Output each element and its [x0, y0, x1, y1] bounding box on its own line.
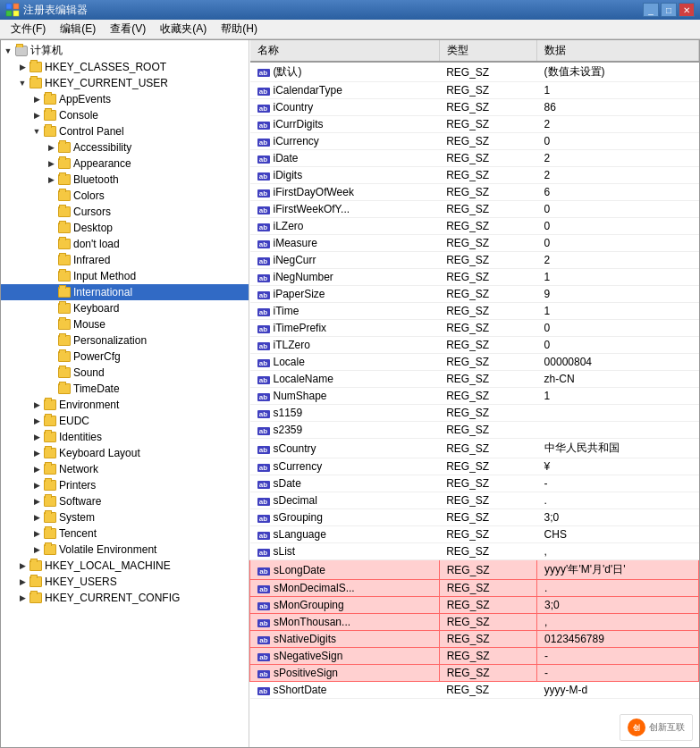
- tree-item-computer[interactable]: ▼计算机: [1, 42, 249, 59]
- table-row[interactable]: abLocaleREG_SZ00000804: [250, 354, 699, 371]
- expander-hkcc[interactable]: ▶: [15, 591, 30, 605]
- table-row[interactable]: abs1159REG_SZ: [250, 405, 699, 422]
- expander-identities[interactable]: ▶: [30, 430, 44, 444]
- expander-mouse[interactable]: [44, 317, 58, 332]
- tree-item-mouse[interactable]: Mouse: [1, 316, 249, 332]
- table-row[interactable]: abiFirstWeekOfY...REG_SZ0: [250, 201, 699, 218]
- table-row[interactable]: abiNegNumberREG_SZ1: [250, 269, 699, 286]
- table-row[interactable]: absPositiveSignREG_SZ-: [250, 665, 699, 682]
- expander-volatile[interactable]: ▶: [30, 542, 44, 557]
- expander-dontload[interactable]: [44, 237, 58, 251]
- expander-inputmethod[interactable]: [44, 269, 58, 283]
- table-row[interactable]: abiDigitsREG_SZ2: [250, 167, 699, 184]
- tree-item-bluetooth[interactable]: ▶Bluetooth: [1, 172, 249, 188]
- menu-item-h[interactable]: 帮助(H): [214, 20, 265, 38]
- tree-item-identities[interactable]: ▶Identities: [1, 429, 249, 445]
- table-row[interactable]: abs2359REG_SZ: [250, 422, 699, 439]
- table-row[interactable]: absLongDateREG_SZyyyy'年'M'月'd'日': [250, 560, 699, 580]
- maximize-button[interactable]: □: [661, 3, 677, 17]
- table-row[interactable]: absCurrencyREG_SZ¥: [250, 458, 699, 475]
- expander-international[interactable]: [44, 285, 58, 299]
- expander-eudc[interactable]: ▶: [30, 414, 44, 428]
- tree-item-keyboardlayout[interactable]: ▶Keyboard Layout: [1, 445, 249, 461]
- expander-software[interactable]: ▶: [30, 494, 44, 508]
- menu-item-a[interactable]: 收藏夹(A): [153, 20, 214, 38]
- expander-bluetooth[interactable]: ▶: [44, 172, 58, 187]
- tree-item-inputmethod[interactable]: Input Method: [1, 268, 249, 284]
- expander-appearance[interactable]: ▶: [44, 156, 58, 171]
- table-row[interactable]: abNumShapeREG_SZ1: [250, 388, 699, 405]
- tree-item-console[interactable]: ▶Console: [1, 107, 249, 123]
- expander-powercfg[interactable]: [44, 349, 58, 364]
- tree-item-international[interactable]: International: [1, 284, 249, 300]
- tree-item-personalization[interactable]: Personalization: [1, 332, 249, 349]
- table-row[interactable]: abiNegCurrREG_SZ2: [250, 252, 699, 269]
- tree-item-accessibility[interactable]: ▶Accessibility: [1, 139, 249, 155]
- tree-item-desktop[interactable]: Desktop: [1, 220, 249, 236]
- tree-item-hklm[interactable]: ▶HKEY_LOCAL_MACHINE: [1, 558, 249, 574]
- tree-item-cursors[interactable]: Cursors: [1, 204, 249, 220]
- menu-item-f[interactable]: 文件(F): [4, 20, 53, 38]
- table-row[interactable]: absMonDecimalS...REG_SZ.: [250, 580, 699, 597]
- table-row[interactable]: abiCountryREG_SZ86: [250, 99, 699, 116]
- expander-infrared[interactable]: [44, 253, 58, 267]
- expander-tencent[interactable]: ▶: [30, 526, 44, 541]
- tree-item-appearance[interactable]: ▶Appearance: [1, 155, 249, 172]
- table-row[interactable]: abiTimePrefixREG_SZ0: [250, 320, 699, 337]
- expander-network[interactable]: ▶: [30, 462, 44, 476]
- tree-item-network[interactable]: ▶Network: [1, 461, 249, 477]
- table-row[interactable]: abiDateREG_SZ2: [250, 150, 699, 167]
- table-row[interactable]: absLanguageREG_SZCHS: [250, 526, 699, 543]
- table-row[interactable]: absDecimalREG_SZ.: [250, 492, 699, 509]
- tree-item-hku[interactable]: ▶HKEY_USERS: [1, 574, 249, 590]
- expander-hkcr[interactable]: ▶: [15, 60, 30, 74]
- table-row[interactable]: abiCurrencyREG_SZ0: [250, 133, 699, 150]
- expander-keyboardlayout[interactable]: ▶: [30, 446, 44, 460]
- expander-printers[interactable]: ▶: [30, 478, 44, 492]
- expander-sound[interactable]: [44, 366, 58, 380]
- expander-personalization[interactable]: [44, 333, 58, 348]
- table-row[interactable]: abiFirstDayOfWeekREG_SZ6: [250, 184, 699, 201]
- table-row[interactable]: abiMeasureREG_SZ0: [250, 235, 699, 252]
- table-row[interactable]: absListREG_SZ,: [250, 543, 699, 560]
- expander-environment[interactable]: ▶: [30, 398, 44, 412]
- table-row[interactable]: abiTimeREG_SZ1: [250, 303, 699, 320]
- expander-controlpanel[interactable]: ▼: [30, 124, 44, 139]
- table-row[interactable]: absNegativeSignREG_SZ-: [250, 648, 699, 665]
- expander-timedate[interactable]: [44, 382, 58, 396]
- menu-item-e[interactable]: 编辑(E): [53, 20, 103, 38]
- table-row[interactable]: absMonGroupingREG_SZ3;0: [250, 597, 699, 614]
- tree-item-powercfg[interactable]: PowerCfg: [1, 349, 249, 365]
- tree-item-hkcc[interactable]: ▶HKEY_CURRENT_CONFIG: [1, 590, 249, 606]
- expander-desktop[interactable]: [44, 221, 58, 235]
- expander-console[interactable]: ▶: [30, 108, 44, 122]
- expander-hku[interactable]: ▶: [15, 575, 30, 589]
- expander-colors[interactable]: [44, 189, 58, 203]
- tree-item-dontload[interactable]: don't load: [1, 236, 249, 252]
- expander-keyboard[interactable]: [44, 301, 58, 315]
- expander-cursors[interactable]: [44, 205, 58, 219]
- tree-item-volatile[interactable]: ▶Volatile Environment: [1, 542, 249, 558]
- tree-item-appevents[interactable]: ▶AppEvents: [1, 91, 249, 107]
- tree-item-hkcr[interactable]: ▶HKEY_CLASSES_ROOT: [1, 59, 249, 75]
- table-row[interactable]: abiTLZeroREG_SZ0: [250, 337, 699, 354]
- expander-accessibility[interactable]: ▶: [44, 140, 58, 155]
- tree-item-environment[interactable]: ▶Environment: [1, 397, 249, 413]
- expander-hklm[interactable]: ▶: [15, 559, 30, 573]
- tree-item-keyboard[interactable]: Keyboard: [1, 300, 249, 316]
- minimize-button[interactable]: _: [643, 3, 659, 17]
- table-row[interactable]: ab(默认)REG_SZ(数值未设置): [250, 62, 699, 82]
- registry-tree[interactable]: ▼计算机▶HKEY_CLASSES_ROOT▼HKEY_CURRENT_USER…: [1, 40, 249, 747]
- table-row[interactable]: absMonThousan...REG_SZ,: [250, 614, 699, 631]
- expander-hkcu[interactable]: ▼: [15, 76, 30, 90]
- tree-item-controlpanel[interactable]: ▼Control Panel: [1, 123, 249, 139]
- expander-computer[interactable]: ▼: [1, 44, 15, 58]
- table-row[interactable]: absDateREG_SZ-: [250, 475, 699, 492]
- table-row[interactable]: abLocaleNameREG_SZzh-CN: [250, 371, 699, 388]
- tree-item-colors[interactable]: Colors: [1, 188, 249, 204]
- tree-item-tencent[interactable]: ▶Tencent: [1, 525, 249, 542]
- table-row[interactable]: absGroupingREG_SZ3;0: [250, 509, 699, 526]
- expander-system[interactable]: ▶: [30, 510, 44, 525]
- tree-item-system[interactable]: ▶System: [1, 509, 249, 525]
- tree-item-infrared[interactable]: Infrared: [1, 252, 249, 268]
